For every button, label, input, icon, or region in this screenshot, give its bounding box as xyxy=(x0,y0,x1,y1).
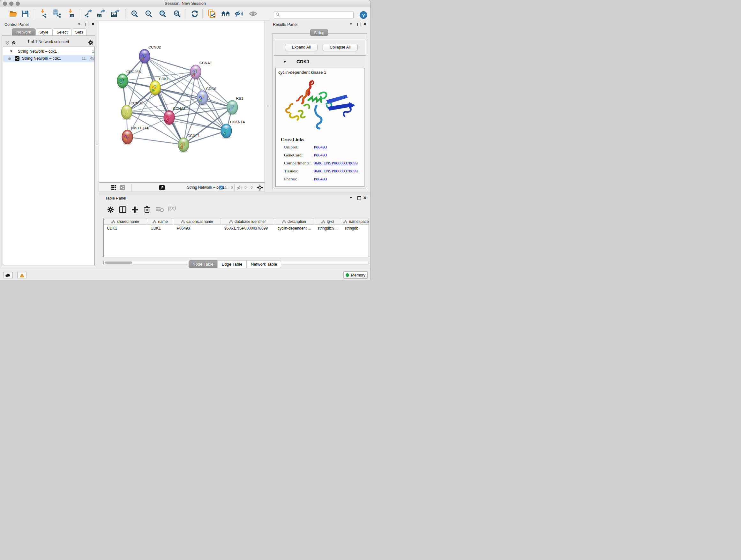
title-bar: Session: New Session xyxy=(0,0,370,7)
crosslink-value-link[interactable]: P06493 xyxy=(314,177,327,182)
tab-network-table[interactable]: Network Table xyxy=(247,260,281,268)
zoom-selected-icon[interactable] xyxy=(172,9,182,19)
tab-network[interactable]: Network xyxy=(12,28,36,36)
save-session-icon[interactable] xyxy=(20,9,30,19)
float-panel-icon[interactable] xyxy=(357,196,361,200)
node-CCNE1[interactable]: CCNE1 xyxy=(178,134,200,152)
fit-selected-crosshair-icon[interactable] xyxy=(257,184,263,191)
function-builder-icon[interactable]: f(x) xyxy=(168,205,176,212)
hidden-eye-slash-icon[interactable] xyxy=(237,184,243,191)
float-panel-icon[interactable] xyxy=(357,23,361,26)
table-cell[interactable]: stringdb:9... xyxy=(314,225,341,232)
column-header-description[interactable]: description xyxy=(274,219,314,225)
crosslink-value-link[interactable]: P06493 xyxy=(314,145,327,150)
zoom-out-icon[interactable] xyxy=(143,9,153,19)
column-header-database-identifier[interactable]: database identifier xyxy=(221,219,274,225)
show-columns-icon[interactable] xyxy=(119,206,126,213)
table-cell[interactable]: CDK1 xyxy=(147,225,173,232)
node-HIST1H1A[interactable]: HIST1H1A xyxy=(122,126,149,145)
node-RB1[interactable]: RB1 xyxy=(227,97,243,115)
memory-button[interactable]: Memory xyxy=(343,271,367,279)
tab-node-table[interactable]: Node Table xyxy=(189,260,217,268)
table-settings-gear-icon[interactable] xyxy=(107,206,114,213)
open-in-browser-icon[interactable] xyxy=(159,184,165,191)
left-splitter-handle[interactable] xyxy=(96,143,98,145)
export-table-icon[interactable] xyxy=(96,9,107,19)
clone-network-icon[interactable] xyxy=(206,9,217,19)
delete-column-trash-icon[interactable] xyxy=(144,206,150,213)
collapse-all-button[interactable]: Collapse All xyxy=(323,44,358,51)
column-tree-icon xyxy=(343,220,347,224)
selected-checkbox-icon[interactable] xyxy=(219,184,223,191)
import-table-icon[interactable] xyxy=(66,9,76,19)
protein-section-header[interactable]: ▼ CDK1 xyxy=(274,56,366,68)
right-splitter-handle[interactable] xyxy=(267,105,269,107)
tab-string[interactable]: String xyxy=(310,29,328,36)
edge-CCNE1-HIST1H1A[interactable] xyxy=(127,137,184,145)
column-header-canonical-name[interactable]: canonical name xyxy=(174,219,221,225)
hide-selected-icon[interactable] xyxy=(234,9,244,19)
crosslink-value-link[interactable]: 9606.ENSP00000378699 xyxy=(314,169,358,174)
export-network-icon[interactable] xyxy=(84,9,94,19)
zoom-fit-icon[interactable] xyxy=(157,9,167,19)
refresh-icon[interactable] xyxy=(190,9,200,19)
collapse-panel-icon[interactable]: ▾ xyxy=(78,22,80,26)
node-label-CDK1: CDK1 xyxy=(159,77,169,81)
zoom-in-icon[interactable] xyxy=(129,9,139,19)
crosslink-label: Uniprot: xyxy=(284,145,299,150)
float-panel-icon[interactable] xyxy=(85,23,89,26)
table-panel-divider[interactable] xyxy=(99,192,370,195)
column-header-name[interactable]: name xyxy=(147,219,173,225)
table-cell[interactable]: cyclin-dependent ... xyxy=(274,225,314,232)
close-panel-icon[interactable]: ✕ xyxy=(91,22,95,26)
import-network-from-database-icon[interactable] xyxy=(52,9,62,19)
close-panel-icon[interactable]: ✕ xyxy=(363,195,367,200)
column-header--id[interactable]: @id xyxy=(314,219,341,225)
node-table[interactable]: shared namenamecanonical namedatabase id… xyxy=(104,218,369,257)
help-button[interactable]: ? xyxy=(360,11,367,19)
close-panel-icon[interactable]: ✕ xyxy=(363,22,367,26)
table-cell[interactable]: 9606.ENSP00000378699 xyxy=(221,225,274,232)
import-network-icon[interactable] xyxy=(38,9,49,19)
crosslink-value-link[interactable]: 9606.ENSP00000378699 xyxy=(314,161,358,166)
string-network-graph[interactable]: CCNB2 CCNA1 CDC25B CDK1 CDC6 RB1 CCNB1 C… xyxy=(99,21,265,182)
collapse-panel-icon[interactable]: ▾ xyxy=(350,196,352,200)
network-canvas[interactable]: CCNB2 CCNA1 CDC25B CDK1 CDC6 RB1 CCNB1 C… xyxy=(99,21,265,183)
network-collection-row[interactable]: ▼ String Network – cdk1 1 xyxy=(3,48,94,55)
table-cell[interactable]: stringdb xyxy=(341,225,369,232)
node-CDKN1A[interactable]: CDKN1A xyxy=(221,120,245,139)
network-row-selected[interactable]: String Network – cdk1 11 48 xyxy=(3,55,94,62)
window-title: Session: New Session xyxy=(0,1,370,6)
export-image-icon[interactable] xyxy=(111,9,121,19)
search-input[interactable] xyxy=(274,11,354,19)
tab-edge-table[interactable]: Edge Table xyxy=(217,260,247,268)
cloud-status-button[interactable] xyxy=(3,272,13,278)
table-cell[interactable]: CDK1 xyxy=(104,225,147,232)
string-view-icon[interactable] xyxy=(120,184,125,191)
tab-sets[interactable]: Sets xyxy=(72,28,86,36)
collapse-panel-icon[interactable]: ▾ xyxy=(350,22,352,26)
edge-CCNB2-CCNA1[interactable] xyxy=(145,56,196,72)
node-CCNB1[interactable]: CCNB1 xyxy=(121,101,143,120)
network-options-gear-icon[interactable] xyxy=(88,40,93,45)
column-tree-icon xyxy=(282,220,286,224)
warning-status-button[interactable] xyxy=(17,272,26,278)
tab-select[interactable]: Select xyxy=(52,28,72,36)
add-column-icon[interactable] xyxy=(131,206,138,213)
scrollbar-thumb[interactable] xyxy=(105,261,132,264)
column-header-shared-name[interactable]: shared name xyxy=(104,219,147,225)
expand-all-button[interactable]: Expand All xyxy=(285,44,318,51)
column-header-namespace[interactable]: namespace xyxy=(341,219,369,225)
home-layout-icon[interactable] xyxy=(220,9,231,19)
table-cell[interactable]: P06493 xyxy=(174,225,221,232)
edge-CCNB2-CCNE1[interactable] xyxy=(145,56,184,145)
open-session-icon[interactable] xyxy=(8,9,18,19)
tab-style[interactable]: Style xyxy=(36,28,52,36)
show-all-icon[interactable] xyxy=(248,9,258,19)
birdseye-grid-icon[interactable] xyxy=(111,184,116,191)
collapse-collection-icon[interactable]: ▼ xyxy=(10,50,13,53)
crosslink-value-link[interactable]: P06493 xyxy=(314,152,327,158)
edge-CDKN1A-CCNE1[interactable] xyxy=(184,131,226,145)
collapse-section-icon[interactable]: ▼ xyxy=(283,60,286,64)
delete-table-icon[interactable] xyxy=(156,207,164,212)
